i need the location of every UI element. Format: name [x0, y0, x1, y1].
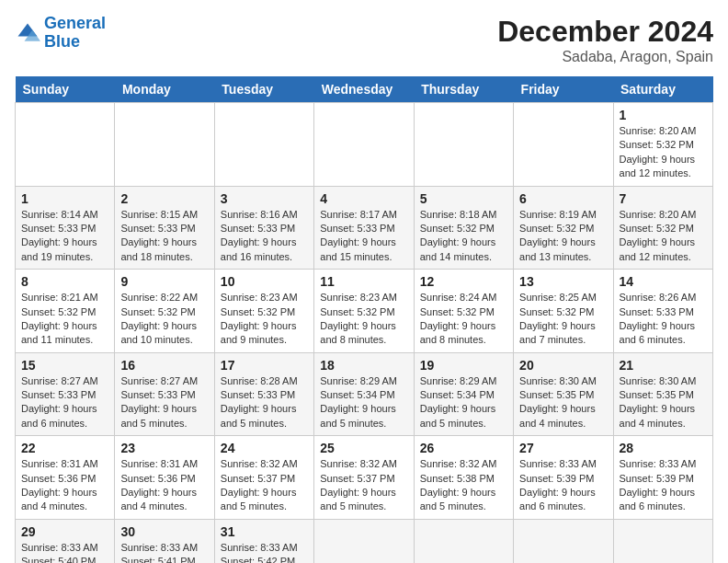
calendar-day-cell: 14Sunrise: 8:26 AMSunset: 5:33 PMDayligh… — [613, 270, 712, 353]
day-info: Sunrise: 8:31 AMSunset: 5:36 PMDaylight:… — [120, 457, 208, 514]
day-info: Sunrise: 8:33 AMSunset: 5:40 PMDaylight:… — [21, 541, 108, 563]
day-info: Sunrise: 8:32 AMSunset: 5:37 PMDaylight:… — [320, 457, 407, 514]
calendar-day-cell: 1Sunrise: 8:14 AMSunset: 5:33 PMDaylight… — [16, 186, 115, 270]
calendar-day-cell — [314, 519, 414, 563]
calendar-day-cell: 23Sunrise: 8:31 AMSunset: 5:36 PMDayligh… — [115, 436, 214, 520]
day-info: Sunrise: 8:22 AMSunset: 5:32 PMDaylight:… — [120, 291, 208, 348]
calendar-day-cell: 22Sunrise: 8:31 AMSunset: 5:36 PMDayligh… — [16, 436, 115, 520]
day-number: 2 — [120, 191, 208, 206]
weekday-header-row: SundayMondayTuesdayWednesdayThursdayFrid… — [16, 76, 713, 103]
calendar-week-row: 22Sunrise: 8:31 AMSunset: 5:36 PMDayligh… — [16, 436, 713, 520]
calendar-week-row: 8Sunrise: 8:21 AMSunset: 5:32 PMDaylight… — [16, 270, 713, 353]
calendar-day-cell — [514, 103, 613, 187]
page-header: General Blue December 2024 Sadaba, Arago… — [15, 15, 713, 65]
day-number: 10 — [221, 274, 308, 289]
calendar-day-cell — [414, 519, 513, 563]
calendar-day-cell — [414, 103, 513, 187]
day-info: Sunrise: 8:27 AMSunset: 5:33 PMDaylight:… — [21, 374, 108, 431]
calendar-day-cell: 12Sunrise: 8:24 AMSunset: 5:32 PMDayligh… — [414, 270, 513, 353]
day-number: 9 — [120, 274, 208, 289]
calendar-day-cell: 11Sunrise: 8:23 AMSunset: 5:32 PMDayligh… — [314, 270, 414, 353]
calendar-day-cell — [214, 103, 313, 187]
day-info: Sunrise: 8:29 AMSunset: 5:34 PMDaylight:… — [320, 374, 407, 431]
calendar-day-cell: 8Sunrise: 8:21 AMSunset: 5:32 PMDaylight… — [16, 270, 115, 353]
day-number: 13 — [519, 274, 607, 289]
calendar-day-cell — [16, 103, 115, 187]
day-number: 8 — [21, 274, 108, 289]
day-info: Sunrise: 8:21 AMSunset: 5:32 PMDaylight:… — [21, 291, 108, 348]
calendar-day-cell: 30Sunrise: 8:33 AMSunset: 5:41 PMDayligh… — [115, 519, 214, 563]
day-info: Sunrise: 8:19 AMSunset: 5:32 PMDaylight:… — [519, 208, 607, 265]
day-number: 28 — [620, 441, 707, 455]
calendar-day-cell: 2Sunrise: 8:15 AMSunset: 5:33 PMDaylight… — [115, 186, 214, 270]
day-info: Sunrise: 8:32 AMSunset: 5:38 PMDaylight:… — [420, 457, 507, 514]
calendar-day-cell: 31Sunrise: 8:33 AMSunset: 5:42 PMDayligh… — [214, 519, 313, 563]
day-info: Sunrise: 8:17 AMSunset: 5:33 PMDaylight:… — [320, 208, 407, 265]
day-info: Sunrise: 8:31 AMSunset: 5:36 PMDaylight:… — [21, 457, 108, 514]
day-info: Sunrise: 8:14 AMSunset: 5:33 PMDaylight:… — [21, 208, 108, 265]
day-info: Sunrise: 8:20 AMSunset: 5:32 PMDaylight:… — [620, 208, 707, 265]
day-info: Sunrise: 8:32 AMSunset: 5:37 PMDaylight:… — [221, 457, 308, 514]
calendar-week-row: 15Sunrise: 8:27 AMSunset: 5:33 PMDayligh… — [16, 352, 713, 436]
day-number: 19 — [420, 358, 507, 373]
calendar-day-cell: 6Sunrise: 8:19 AMSunset: 5:32 PMDaylight… — [514, 186, 613, 270]
day-number: 6 — [519, 191, 607, 206]
calendar-day-cell: 21Sunrise: 8:30 AMSunset: 5:35 PMDayligh… — [613, 352, 712, 436]
day-info: Sunrise: 8:18 AMSunset: 5:32 PMDaylight:… — [420, 208, 507, 265]
calendar-day-cell: 15Sunrise: 8:27 AMSunset: 5:33 PMDayligh… — [16, 352, 115, 436]
calendar-day-cell: 4Sunrise: 8:17 AMSunset: 5:33 PMDaylight… — [314, 186, 414, 270]
calendar-week-row: 1Sunrise: 8:14 AMSunset: 5:33 PMDaylight… — [16, 186, 713, 270]
day-number: 3 — [221, 191, 308, 206]
calendar-week-row: 1Sunrise: 8:20 AMSunset: 5:32 PMDaylight… — [16, 103, 713, 187]
day-number: 5 — [420, 191, 507, 206]
location-title: Sadaba, Aragon, Spain — [497, 49, 713, 65]
calendar-day-cell — [613, 519, 712, 563]
day-number: 26 — [420, 441, 507, 455]
logo: General Blue — [15, 15, 106, 52]
day-info: Sunrise: 8:15 AMSunset: 5:33 PMDaylight:… — [120, 208, 208, 265]
calendar-day-cell: 28Sunrise: 8:33 AMSunset: 5:39 PMDayligh… — [613, 436, 712, 520]
day-info: Sunrise: 8:16 AMSunset: 5:33 PMDaylight:… — [221, 208, 308, 265]
day-info: Sunrise: 8:28 AMSunset: 5:33 PMDaylight:… — [221, 374, 308, 431]
day-number: 24 — [221, 441, 308, 455]
weekday-header-friday: Friday — [514, 76, 613, 103]
calendar-day-cell: 17Sunrise: 8:28 AMSunset: 5:33 PMDayligh… — [214, 352, 313, 436]
weekday-header-monday: Monday — [115, 76, 214, 103]
calendar-day-cell: 29Sunrise: 8:33 AMSunset: 5:40 PMDayligh… — [16, 519, 115, 563]
day-number: 15 — [21, 358, 108, 373]
day-info: Sunrise: 8:33 AMSunset: 5:39 PMDaylight:… — [519, 457, 607, 514]
day-number: 17 — [221, 358, 308, 373]
calendar-day-cell: 20Sunrise: 8:30 AMSunset: 5:35 PMDayligh… — [514, 352, 613, 436]
calendar-day-cell: 7Sunrise: 8:20 AMSunset: 5:32 PMDaylight… — [613, 186, 712, 270]
day-info: Sunrise: 8:33 AMSunset: 5:42 PMDaylight:… — [221, 541, 308, 563]
day-info: Sunrise: 8:33 AMSunset: 5:41 PMDaylight:… — [120, 541, 208, 563]
day-number: 22 — [21, 441, 108, 455]
logo-text: General Blue — [44, 15, 106, 52]
day-number: 11 — [320, 274, 407, 289]
day-info: Sunrise: 8:25 AMSunset: 5:32 PMDaylight:… — [519, 291, 607, 348]
day-info: Sunrise: 8:33 AMSunset: 5:39 PMDaylight:… — [620, 457, 707, 514]
day-info: Sunrise: 8:24 AMSunset: 5:32 PMDaylight:… — [420, 291, 507, 348]
day-number: 7 — [620, 191, 707, 206]
calendar-day-cell: 10Sunrise: 8:23 AMSunset: 5:32 PMDayligh… — [214, 270, 313, 353]
day-number: 14 — [620, 274, 707, 289]
calendar-day-cell: 3Sunrise: 8:16 AMSunset: 5:33 PMDaylight… — [214, 186, 313, 270]
calendar-day-cell: 18Sunrise: 8:29 AMSunset: 5:34 PMDayligh… — [314, 352, 414, 436]
calendar-day-cell — [314, 103, 414, 187]
day-number: 25 — [320, 441, 407, 455]
day-info: Sunrise: 8:30 AMSunset: 5:35 PMDaylight:… — [519, 374, 607, 431]
day-info: Sunrise: 8:30 AMSunset: 5:35 PMDaylight:… — [620, 374, 707, 431]
calendar-table: SundayMondayTuesdayWednesdayThursdayFrid… — [15, 76, 713, 563]
month-title: December 2024 — [497, 15, 713, 49]
day-number: 4 — [320, 191, 407, 206]
logo-icon — [15, 20, 40, 46]
calendar-day-cell — [514, 519, 613, 563]
day-number: 1 — [620, 108, 707, 122]
day-info: Sunrise: 8:27 AMSunset: 5:33 PMDaylight:… — [120, 374, 208, 431]
day-number: 29 — [21, 524, 108, 539]
calendar-day-cell: 16Sunrise: 8:27 AMSunset: 5:33 PMDayligh… — [115, 352, 214, 436]
day-number: 18 — [320, 358, 407, 373]
day-number: 27 — [519, 441, 607, 455]
calendar-day-cell: 24Sunrise: 8:32 AMSunset: 5:37 PMDayligh… — [214, 436, 313, 520]
weekday-header-wednesday: Wednesday — [314, 76, 414, 103]
